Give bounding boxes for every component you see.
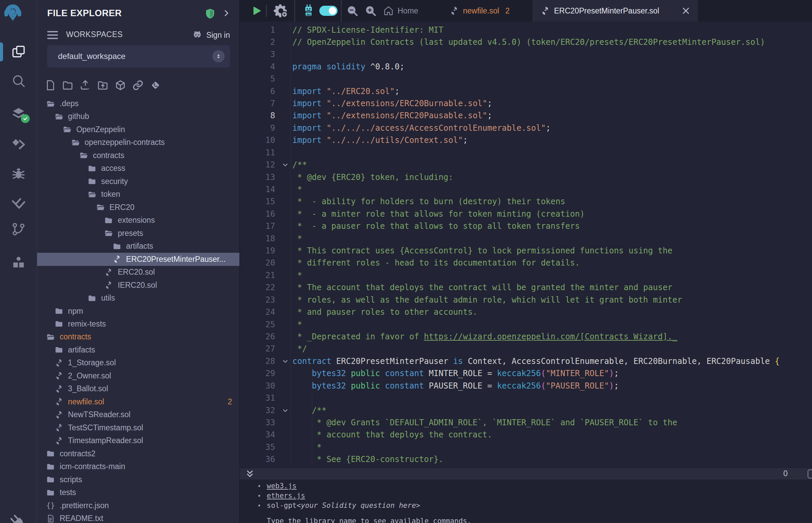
tree-item-github[interactable]: github: [37, 110, 240, 123]
tree-item-presets[interactable]: presets: [37, 227, 240, 240]
code-line-3[interactable]: 3: [240, 48, 812, 61]
remix-logo-icon[interactable]: [4, 3, 22, 22]
tree-item-TimestampReader.sol[interactable]: TimestampReader.sol: [37, 434, 240, 447]
tree-item-tests[interactable]: tests: [37, 486, 240, 499]
tree-item-ERC20[interactable]: ERC20: [37, 201, 240, 214]
terminal-library-link[interactable]: ethers.js: [267, 492, 305, 500]
fold-chevron-icon[interactable]: [281, 160, 290, 169]
code-line-24[interactable]: 24 * and pauser roles to other accounts.: [240, 306, 812, 319]
create-new-folder-icon[interactable]: [62, 79, 73, 91]
tree-item-artifacts[interactable]: artifacts: [37, 343, 240, 357]
tree-item-IERC20.sol[interactable]: IERC20.sol: [37, 279, 240, 292]
tree-item-README.txt[interactable]: README.txt: [37, 512, 240, 523]
plugin-modules-icon[interactable]: [0, 253, 37, 271]
tree-item-1_Storage.sol[interactable]: 1_Storage.sol: [37, 356, 240, 369]
tree-item-ERC20PresetMinterPauser...[interactable]: ERC20PresetMinterPauser...: [37, 253, 240, 266]
clone-git-repository-icon[interactable]: [150, 79, 161, 91]
code-line-4[interactable]: 4pragma solidity ^0.8.0;: [240, 60, 812, 73]
publish-to-ipfs-icon[interactable]: [114, 79, 126, 91]
tree-item-token[interactable]: token: [37, 188, 240, 201]
upload-file-icon[interactable]: [80, 79, 91, 91]
code-line-23[interactable]: 23 * roles, as well as the default admin…: [240, 293, 812, 306]
tree-item-artifacts[interactable]: artifacts: [37, 240, 240, 253]
code-line-25[interactable]: 25 *: [240, 318, 812, 330]
fold-chevron-icon[interactable]: [281, 406, 290, 415]
code-line-26[interactable]: 26 * _Deprecated in favor of https://wiz…: [240, 330, 812, 343]
tree-item-remix-tests[interactable]: remix-tests: [37, 318, 240, 330]
upload-folder-icon[interactable]: [97, 79, 109, 91]
code-line-15[interactable]: 15 * - ability for holders to burn (dest…: [240, 196, 812, 208]
close-tab-icon[interactable]: [682, 6, 690, 15]
tab-home[interactable]: Home: [384, 0, 418, 22]
tree-item-newfile.sol[interactable]: newfile.sol2: [37, 395, 240, 409]
code-line-11[interactable]: 11: [240, 146, 812, 159]
code-line-5[interactable]: 5: [240, 73, 812, 85]
code-line-21[interactable]: 21 *: [240, 269, 812, 282]
code-line-1[interactable]: 1// SPDX-License-Identifier: MIT: [240, 23, 812, 36]
file-explorer-icon[interactable]: [0, 43, 37, 60]
tree-item-npm[interactable]: npm: [37, 305, 240, 318]
git-icon[interactable]: [0, 221, 37, 238]
code-line-18[interactable]: 18 *: [240, 232, 812, 245]
terminal-collapse-icon[interactable]: [245, 469, 254, 479]
tree-item-.prettierrc.json[interactable]: {}.prettierrc.json: [37, 499, 240, 512]
solidity-compiler-icon[interactable]: [0, 105, 37, 122]
code-line-27[interactable]: 27 */: [240, 343, 812, 355]
tree-item-NewTSReader.sol[interactable]: NewTSReader.sol: [37, 408, 240, 421]
tree-item-OpenZeppelin[interactable]: OpenZeppelin: [37, 123, 240, 136]
tree-item-.deps[interactable]: .deps: [37, 97, 240, 110]
code-line-33[interactable]: 33 * @dev Grants `DEFAULT_ADMIN_ROLE`, `…: [240, 416, 812, 429]
code-line-17[interactable]: 17 * - a pauser role that allows to stop…: [240, 220, 812, 233]
code-line-28[interactable]: 28contract ERC20PresetMinterPauser is Co…: [240, 355, 812, 367]
tree-item-security[interactable]: security: [37, 175, 240, 188]
search-icon[interactable]: [0, 72, 37, 90]
code-line-6[interactable]: 6import "../ERC20.sol";: [240, 85, 812, 97]
tab-newfile-sol[interactable]: newfile.sol 2: [443, 0, 528, 22]
tree-item-access[interactable]: access: [37, 162, 240, 175]
workspace-dropdown[interactable]: default_workspace: [47, 45, 230, 67]
compile-settings-icon[interactable]: [271, 0, 290, 22]
create-new-file-icon[interactable]: [45, 79, 56, 91]
tree-item-contracts[interactable]: contracts: [37, 330, 240, 343]
code-line-30[interactable]: 30 bytes32 public constant PAUSER_ROLE =…: [240, 379, 812, 392]
code-line-22[interactable]: 22 * The account that deploys the contra…: [240, 282, 812, 294]
remix-ai-robot-icon[interactable]: [300, 0, 317, 22]
tree-item-extensions[interactable]: extensions: [37, 214, 240, 227]
code-line-31[interactable]: 31: [240, 392, 812, 404]
github-sign-in-button[interactable]: Sign in: [192, 28, 230, 42]
solidity-unit-testing-icon[interactable]: [0, 195, 37, 212]
tree-item-contracts2[interactable]: contracts2: [37, 447, 240, 460]
code-line-34[interactable]: 34 * account that deploys the contract.: [240, 429, 812, 441]
tree-item-scripts[interactable]: scripts: [37, 473, 240, 486]
workspaces-menu-icon[interactable]: [47, 31, 58, 39]
tree-item-contracts[interactable]: contracts: [37, 149, 240, 162]
deploy-and-run-icon[interactable]: [0, 136, 37, 153]
code-editor[interactable]: 1// SPDX-License-Identifier: MIT2// Open…: [240, 22, 812, 468]
code-line-16[interactable]: 16 * - a minter role that allows for tok…: [240, 208, 812, 220]
tab-erc20presetminterpauser-sol[interactable]: ERC20PresetMinterPauser.sol: [532, 0, 698, 22]
code-line-35[interactable]: 35 *: [240, 441, 812, 453]
code-line-7[interactable]: 7import "../extensions/ERC20Burnable.sol…: [240, 97, 812, 110]
chevron-right-icon[interactable]: [222, 9, 231, 18]
tree-item-ERC20.sol[interactable]: ERC20.sol: [37, 266, 240, 279]
tree-item-TestSCTimestamp.sol[interactable]: TestSCTimestamp.sol: [37, 421, 240, 434]
tree-item-icm-contracts-main[interactable]: icm-contracts-main: [37, 460, 240, 473]
code-line-8[interactable]: 8import "../extensions/ERC20Pausable.sol…: [240, 109, 812, 122]
debugger-icon[interactable]: [0, 165, 37, 183]
code-line-36[interactable]: 36 * See {ERC20-constructor}.: [240, 453, 812, 466]
code-line-10[interactable]: 10import "../../../utils/Context.sol";: [240, 134, 812, 147]
code-line-9[interactable]: 9import "../../../access/AccessControlEn…: [240, 122, 812, 134]
zoom-in-icon[interactable]: [363, 0, 379, 22]
terminal-library-link[interactable]: web3.js: [267, 482, 297, 490]
code-line-20[interactable]: 20 * different roles - head to its docum…: [240, 257, 812, 269]
code-line-19[interactable]: 19 * This contract uses {AccessControl} …: [240, 245, 812, 257]
copilot-toggle[interactable]: [319, 6, 338, 16]
publish-to-gist-icon[interactable]: [132, 79, 144, 91]
fold-chevron-icon[interactable]: [281, 357, 290, 366]
tree-item-openzeppelin-contracts[interactable]: openzeppelin-contracts: [37, 136, 240, 149]
code-line-12[interactable]: 12/**: [240, 159, 812, 171]
code-line-32[interactable]: 32 /**: [240, 404, 812, 416]
code-line-14[interactable]: 14 *: [240, 183, 812, 196]
listen-on-network-checkbox[interactable]: [808, 469, 812, 479]
code-line-13[interactable]: 13 * @dev {ERC20} token, including:: [240, 171, 812, 183]
